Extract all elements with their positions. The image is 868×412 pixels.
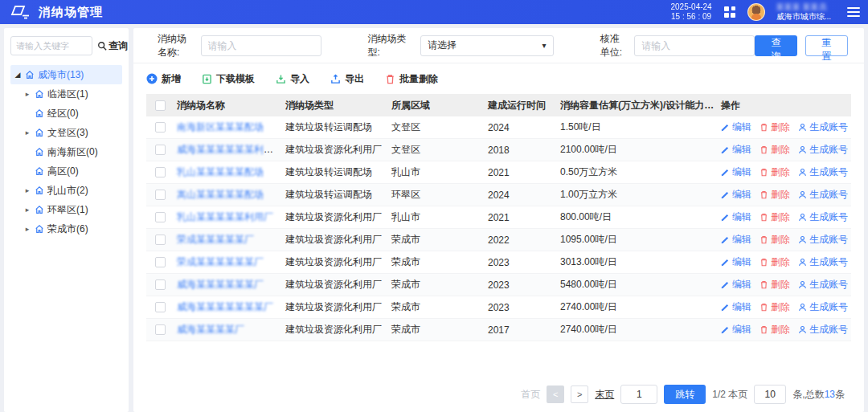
site-type-select[interactable]: 请选择 ▾ [420, 35, 553, 56]
tree-item[interactable]: ▸ 临港区(1) [10, 84, 122, 104]
edit-button[interactable]: 编辑 [721, 233, 751, 247]
edit-button[interactable]: 编辑 [721, 120, 751, 134]
delete-button[interactable]: 删除 [760, 233, 790, 247]
generate-account-button[interactable]: 生成账号 [798, 255, 848, 269]
generate-account-button[interactable]: 生成账号 [798, 143, 848, 157]
row-checkbox[interactable] [155, 122, 166, 133]
row-checkbox[interactable] [155, 324, 166, 335]
edit-button[interactable]: 编辑 [721, 300, 751, 314]
page-number-input[interactable] [620, 385, 657, 404]
edit-button[interactable]: 编辑 [721, 255, 751, 269]
site-year-cell: 2023 [485, 279, 557, 291]
tree-caret-icon[interactable]: ◢ [14, 71, 22, 79]
document-download-icon [202, 74, 212, 84]
site-name-link[interactable]: 嵩山某某某某某配场 [177, 189, 264, 200]
row-checkbox[interactable] [155, 212, 166, 222]
site-name-input[interactable] [201, 35, 321, 56]
tree-item[interactable]: 南海新区(0) [10, 142, 122, 161]
generate-account-button[interactable]: 生成账号 [798, 210, 848, 224]
generate-account-button[interactable]: 生成账号 [798, 120, 848, 134]
tree-item[interactable]: 高区(0) [10, 161, 122, 181]
site-name-link[interactable]: 南海新区某某某配场 [177, 121, 264, 133]
tree-item[interactable]: 经区(0) [10, 104, 122, 123]
row-checkbox[interactable] [155, 167, 166, 177]
generate-account-button[interactable]: 生成账号 [798, 323, 848, 337]
tree-item[interactable]: ▸ 环翠区(1) [10, 200, 122, 219]
reset-button[interactable]: 重置 [805, 35, 848, 56]
import-button[interactable]: 导入 [276, 72, 309, 86]
edit-button[interactable]: 编辑 [721, 188, 751, 202]
tree-caret-icon[interactable]: ▸ [23, 186, 31, 194]
site-name-link[interactable]: 威海某某某某某某利用厂 [177, 144, 282, 155]
tree-item[interactable]: ▸ 文登区(3) [10, 123, 122, 142]
user-avatar[interactable] [747, 3, 765, 21]
approval-unit-input[interactable] [634, 35, 755, 56]
tree-item-label: 南海新区(0) [47, 145, 98, 159]
select-all-checkbox[interactable] [155, 100, 166, 111]
tree-item-label: 临港区(1) [47, 88, 88, 101]
delete-button[interactable]: 删除 [760, 278, 790, 292]
delete-button[interactable]: 删除 [760, 188, 790, 202]
delete-button[interactable]: 删除 [760, 255, 790, 269]
query-button[interactable]: 查询 [755, 35, 797, 56]
edit-button[interactable]: 编辑 [721, 165, 751, 179]
pencil-icon [721, 145, 730, 154]
person-icon [798, 235, 807, 244]
last-page-button[interactable]: 末页 [595, 388, 614, 402]
tree-caret-icon[interactable]: ▸ [23, 90, 31, 98]
keyword-search-input[interactable] [10, 36, 92, 55]
generate-account-button[interactable]: 生成账号 [798, 165, 848, 179]
user-info[interactable]: 某某某 某某员 威海市城市综... [776, 2, 831, 22]
home-icon [35, 128, 44, 137]
delete-button[interactable]: 删除 [760, 120, 790, 134]
row-checkbox[interactable] [155, 145, 166, 155]
tree-item-label: 文登区(3) [47, 126, 88, 140]
site-name-link[interactable]: 乳山某某某某某利用厂 [177, 211, 273, 222]
row-checkbox[interactable] [155, 235, 166, 245]
prev-page-button[interactable]: < [547, 385, 564, 403]
jump-button[interactable]: 跳转 [664, 385, 706, 404]
site-name-link[interactable]: 威海某某某某某某某厂 [177, 301, 273, 312]
filter-bar: 消纳场名称: 消纳场类型: 请选择 ▾ 核准单位: 查询 重置 [133, 28, 864, 63]
delete-button[interactable]: 删除 [760, 165, 790, 179]
site-name-link[interactable]: 荣成某某某某某厂 [177, 234, 254, 245]
generate-account-button[interactable]: 生成账号 [798, 300, 848, 314]
generate-account-button[interactable]: 生成账号 [798, 188, 848, 202]
site-name-link[interactable]: 威海某某某某某某厂 [177, 279, 264, 290]
row-checkbox[interactable] [155, 302, 166, 312]
site-name-link[interactable]: 乳山某某某某某配场 [177, 166, 264, 177]
apps-grid-icon[interactable] [723, 6, 736, 18]
export-button[interactable]: 导出 [330, 72, 364, 86]
site-name-link[interactable]: 荣成某某某某某某厂 [177, 256, 264, 267]
add-button[interactable]: 新增 [146, 72, 181, 86]
batch-delete-button[interactable]: 批量删除 [385, 72, 438, 86]
row-checkbox[interactable] [155, 257, 166, 267]
generate-account-button[interactable]: 生成账号 [798, 233, 848, 247]
next-page-button[interactable]: > [571, 385, 588, 403]
sidebar-search-button[interactable]: 查询 [97, 39, 128, 53]
edit-button[interactable]: 编辑 [721, 143, 751, 157]
edit-button[interactable]: 编辑 [721, 278, 751, 292]
row-checkbox[interactable] [155, 190, 166, 200]
site-capacity-cell: 2100.00吨/日 [557, 143, 718, 157]
app-logo-icon [8, 4, 32, 20]
delete-button[interactable]: 删除 [760, 210, 790, 224]
site-name-link[interactable]: 威海某某某某厂 [177, 324, 244, 335]
tree-caret-icon[interactable]: ▸ [23, 206, 31, 214]
delete-button[interactable]: 删除 [760, 143, 790, 157]
tree-item[interactable]: ▸ 荣成市(6) [10, 219, 122, 239]
edit-button[interactable]: 编辑 [721, 323, 751, 337]
hamburger-menu-icon[interactable] [847, 7, 860, 17]
generate-account-button[interactable]: 生成账号 [798, 278, 848, 292]
row-checkbox[interactable] [155, 279, 166, 290]
delete-button[interactable]: 删除 [760, 323, 790, 337]
delete-button[interactable]: 删除 [760, 300, 790, 314]
download-template-button[interactable]: 下载模板 [202, 72, 255, 86]
tree-item[interactable]: ▸ 乳山市(2) [10, 181, 122, 200]
page-size-input[interactable] [754, 385, 786, 404]
tree-item[interactable]: ◢ 威海市(13) [10, 65, 122, 84]
edit-button[interactable]: 编辑 [721, 210, 751, 224]
tree-caret-icon[interactable]: ▸ [23, 128, 31, 137]
first-page-button[interactable]: 首页 [521, 388, 540, 402]
tree-caret-icon[interactable]: ▸ [23, 225, 31, 233]
